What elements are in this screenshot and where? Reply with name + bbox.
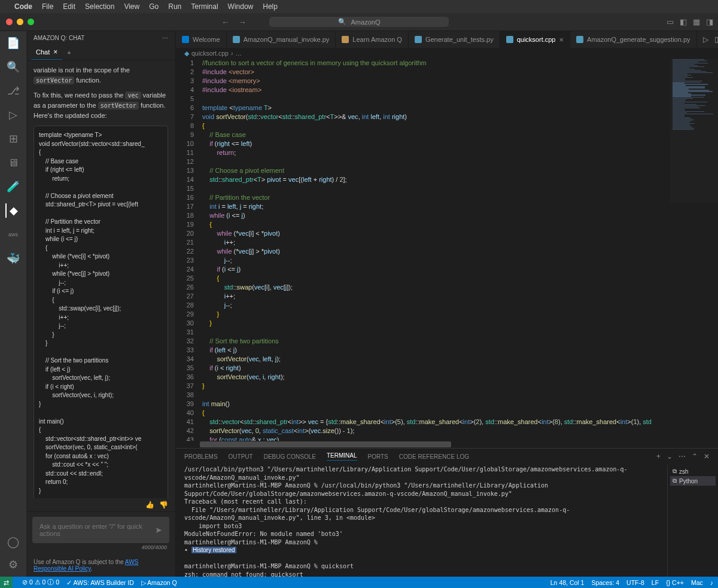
menu-go[interactable]: Go <box>149 2 159 11</box>
thumbs-down-button[interactable]: 👎 <box>159 501 168 509</box>
command-center-search[interactable]: 🔍 AmazonQ <box>269 17 449 27</box>
py-icon <box>576 36 583 43</box>
settings-gear-icon[interactable]: ⚙ <box>6 557 20 572</box>
layout-panel-icon[interactable]: ▭ <box>667 17 674 26</box>
nav-forward-icon[interactable]: → <box>238 17 247 27</box>
layout-editor-icon[interactable]: ▦ <box>693 17 700 26</box>
panel-tab-terminal[interactable]: TERMINAL <box>327 452 357 461</box>
thumbs-up-button[interactable]: 👍 <box>145 501 154 509</box>
menu-window[interactable]: Window <box>228 2 254 11</box>
chat-tab[interactable]: Chat × <box>31 45 62 60</box>
terminal-item-zsh[interactable]: ⧉zsh <box>670 467 716 476</box>
menu-run[interactable]: Run <box>168 2 181 11</box>
tab-close-icon[interactable]: × <box>559 35 564 44</box>
panel-more-icon[interactable]: ⋯ <box>679 452 686 461</box>
horizontal-scrollbar[interactable] <box>176 441 718 448</box>
breadcrumb[interactable]: ◆ quicksort.cpp › … <box>176 48 718 59</box>
panel-tab-debug-console[interactable]: DEBUG CONSOLE <box>264 453 316 460</box>
status-right-2[interactable]: UTF-8 <box>626 579 644 586</box>
extensions-icon[interactable]: ⊞ <box>6 132 20 146</box>
layout-sidebar-icon[interactable]: ◧ <box>680 17 687 26</box>
customize-icon[interactable]: ◨ <box>706 17 713 26</box>
amazon-q-icon[interactable]: ◆ <box>5 203 20 218</box>
file-icon: ◆ <box>184 50 189 57</box>
run-icon[interactable]: ▷ <box>703 35 708 44</box>
minimap[interactable] <box>670 59 718 202</box>
minimize-window-button[interactable] <box>17 19 23 25</box>
scrollbar-thumb[interactable] <box>200 441 451 447</box>
chat-tab-close-icon[interactable]: × <box>53 48 57 56</box>
panel-tab-output[interactable]: OUTPUT <box>229 453 253 460</box>
tab-label: AmazonQ_manual_invoke.py <box>244 36 330 43</box>
close-window-button[interactable] <box>6 19 13 25</box>
split-icon[interactable]: ◫ <box>714 35 718 44</box>
editor-tab-5[interactable]: AmazonQ_generate_suggestion.py <box>570 31 696 48</box>
panel-tab-ports[interactable]: PORTS <box>368 453 388 460</box>
chat-code-content: template <typename T> void sortVector(st… <box>34 126 168 498</box>
menu-file[interactable]: File <box>42 2 53 11</box>
status-right-3[interactable]: LF <box>652 579 659 586</box>
panel-tab-problems[interactable]: PROBLEMS <box>184 453 218 460</box>
source-control-icon[interactable]: ⎇ <box>6 84 20 98</box>
testing-icon[interactable]: 🧪 <box>6 179 20 194</box>
send-icon[interactable]: ➤ <box>155 525 162 535</box>
tab-label: quicksort.cpp <box>517 36 556 43</box>
status-right-6[interactable]: ♪ <box>710 579 713 586</box>
new-chat-tab-button[interactable]: + <box>62 45 75 60</box>
menu-selection[interactable]: Selection <box>85 2 114 11</box>
char-count: 4000/4000 <box>32 543 169 550</box>
explorer-icon[interactable]: 📄 <box>6 36 20 50</box>
editor-tab-3[interactable]: Generate_unit_tests.py <box>409 31 500 48</box>
menu-edit[interactable]: Edit <box>63 2 75 11</box>
terminal-dropdown-icon[interactable]: ⌄ <box>667 452 673 461</box>
panel-close-icon[interactable]: ✕ <box>704 452 710 461</box>
editor-area: WelcomeAmazonQ_manual_invoke.pyLearn Ama… <box>176 31 718 577</box>
book-icon <box>342 36 349 43</box>
status-right-0[interactable]: Ln 48, Col 1 <box>550 579 585 586</box>
tab-label: Learn Amazon Q <box>352 36 402 43</box>
search-icon: 🔍 <box>338 18 346 26</box>
macos-menubar: Code File Edit Selection View Go Run Ter… <box>0 0 718 13</box>
remote-icon[interactable]: 🖥 <box>6 156 20 170</box>
search-activity-icon[interactable]: 🔍 <box>6 60 20 74</box>
editor-tab-1[interactable]: AmazonQ_manual_invoke.py <box>227 31 336 48</box>
status-left-0[interactable]: ⊘ 0 ⚠ 0 ⓘ 0 <box>22 578 59 587</box>
remote-indicator[interactable]: ⇄ <box>0 577 13 588</box>
run-debug-icon[interactable]: ▷ <box>6 108 20 122</box>
panel-more-icon[interactable]: ⋯ <box>162 35 168 41</box>
window-controls <box>0 19 34 25</box>
amazon-q-chat-panel: AMAZON Q: CHAT ⋯ Chat × + variable is no… <box>26 31 176 577</box>
chat-message-body: variable is not in the scope of the sort… <box>26 60 175 498</box>
docker-icon[interactable]: 🐳 <box>6 251 20 266</box>
py-icon <box>415 36 422 43</box>
py-icon <box>233 36 240 43</box>
panel-maximize-icon[interactable]: ⌃ <box>692 452 698 461</box>
app-menu[interactable]: Code <box>14 2 32 11</box>
window-titlebar: ← → 🔍 AmazonQ ▭ ◧ ▦ ◨ <box>0 13 718 31</box>
panel-tab-code-reference-log[interactable]: CODE REFERENCE LOG <box>399 453 469 460</box>
aws-icon[interactable]: aws <box>6 227 20 242</box>
terminal-item-python[interactable]: ⧉Python <box>670 476 716 486</box>
nav-back-icon[interactable]: ← <box>221 17 230 27</box>
status-right-5[interactable]: Mac <box>691 579 703 586</box>
terminal-icon: ⧉ <box>673 477 677 485</box>
editor-tab-2[interactable]: Learn Amazon Q <box>336 31 409 48</box>
zoom-window-button[interactable] <box>28 19 34 25</box>
editor-tab-4[interactable]: quicksort.cpp× <box>500 31 570 48</box>
status-left-1[interactable]: ✓ AWS: AWS Builder ID <box>66 579 134 586</box>
status-left-2[interactable]: ▷ Amazon Q <box>141 579 177 586</box>
new-terminal-icon[interactable]: + <box>656 452 661 461</box>
code-content[interactable]: //function to sort a vector of generics … <box>202 59 718 441</box>
menu-view[interactable]: View <box>124 2 139 11</box>
activity-bar: 📄 🔍 ⎇ ▷ ⊞ 🖥 🧪 ◆ aws 🐳 ◯ ⚙ <box>0 31 26 577</box>
panel-tabs: PROBLEMSOUTPUTDEBUG CONSOLETERMINALPORTS… <box>176 449 718 464</box>
terminal-output[interactable]: /usr/local/bin/python3 "/Users/martinhel… <box>176 464 667 577</box>
code-editor[interactable]: 1234567891011121314151617181920212223242… <box>176 59 718 441</box>
menu-help[interactable]: Help <box>263 2 278 11</box>
status-right-4[interactable]: {} C++ <box>666 579 684 586</box>
status-right-1[interactable]: Spaces: 4 <box>591 579 619 586</box>
menu-terminal[interactable]: Terminal <box>191 2 218 11</box>
editor-tab-0[interactable]: Welcome <box>176 31 227 48</box>
accounts-icon[interactable]: ◯ <box>6 535 20 549</box>
chat-input[interactable]: Ask a question or enter "/" for quick ac… <box>32 517 169 543</box>
